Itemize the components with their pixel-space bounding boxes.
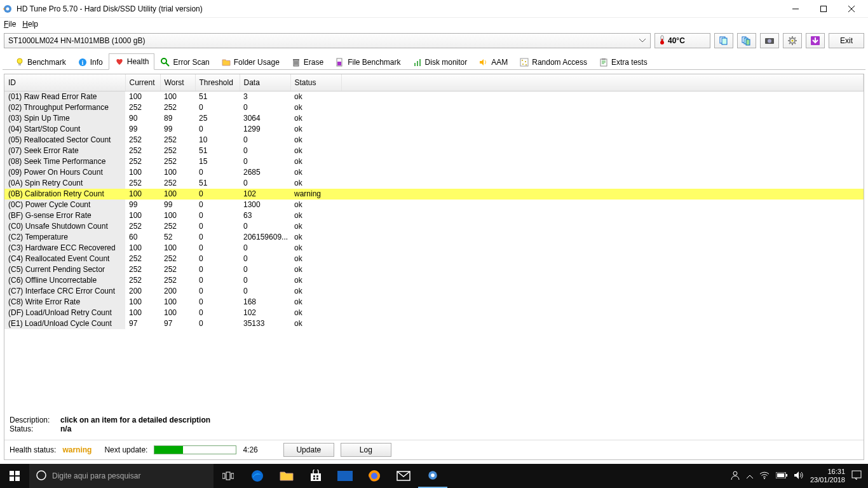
volume-icon[interactable]	[794, 471, 804, 481]
maximize-button[interactable]	[810, 0, 837, 18]
smart-row[interactable]: (BF) G-sense Error Rate100100063ok	[4, 210, 864, 221]
smart-row[interactable]: (08) Seek Time Performance252252150ok	[4, 156, 864, 167]
tab-label: AAM	[491, 58, 508, 67]
smart-row[interactable]: (07) Seek Error Rate252252510ok	[4, 146, 864, 156]
menu-file[interactable]: File	[4, 20, 16, 29]
cell-id: (DF) Load/Unload Retry Count	[4, 308, 125, 318]
temperature-value: 40°C	[668, 36, 685, 45]
svg-rect-59	[777, 473, 784, 477]
task-view-button[interactable]	[214, 464, 243, 488]
cell-dat: 0	[240, 135, 290, 146]
status-value: n/a	[60, 424, 71, 433]
tab-erase[interactable]: Erase	[285, 54, 329, 70]
svg-point-1	[6, 7, 10, 10]
svg-rect-7	[722, 38, 727, 44]
battery-icon[interactable]	[776, 472, 787, 480]
smart-row[interactable]: (03) Spin Up Time9089253064ok	[4, 113, 864, 124]
smart-row[interactable]: (E1) Load/Unload Cycle Count9797035133ok	[4, 318, 864, 329]
tab-label: Extra tests	[611, 58, 648, 67]
lenovo-icon[interactable]	[330, 464, 360, 488]
smart-row[interactable]: (C4) Reallocated Event Count25225200ok	[4, 254, 864, 264]
taskbar-date: 23/01/2018	[810, 476, 845, 484]
cell-thr: 25	[195, 113, 240, 124]
cell-id: (08) Seek Time Performance	[4, 156, 125, 167]
tab-health[interactable]: Health	[109, 53, 155, 70]
store-icon[interactable]	[301, 464, 330, 488]
col-id[interactable]: ID	[4, 74, 125, 92]
cell-thr: 0	[195, 102, 240, 113]
cell-wor: 252	[160, 102, 195, 113]
smart-row[interactable]: (0C) Power Cycle Count999901300ok	[4, 200, 864, 210]
smart-row[interactable]: (C7) Interface CRC Error Count20020000ok	[4, 286, 864, 297]
svg-rect-34	[602, 58, 606, 60]
svg-rect-45	[313, 475, 315, 477]
save-button[interactable]	[806, 33, 825, 48]
col-data[interactable]: Data	[240, 74, 290, 92]
log-button[interactable]: Log	[341, 443, 391, 457]
mail-icon[interactable]	[389, 464, 418, 488]
col-threshold[interactable]: Threshold	[195, 74, 240, 92]
smart-row[interactable]: (C3) Hardware ECC Recovered10010000ok	[4, 243, 864, 254]
menu-help[interactable]: Help	[22, 20, 38, 29]
minimize-button[interactable]	[782, 0, 810, 18]
col-current[interactable]: Current	[125, 74, 160, 92]
svg-rect-37	[10, 477, 14, 481]
tab-disk-monitor[interactable]: Disk monitor	[407, 54, 473, 70]
cell-sta: ok	[290, 221, 341, 232]
device-dropdown[interactable]: ST1000LM024 HN-M101MBB (1000 gB)	[4, 33, 651, 48]
smart-row[interactable]: (02) Throughput Performance25225200ok	[4, 102, 864, 113]
settings-button[interactable]	[783, 33, 802, 48]
smart-row[interactable]: (05) Reallocated Sector Count252252100ok	[4, 135, 864, 146]
file-explorer-icon[interactable]	[272, 464, 301, 488]
cell-cur: 90	[125, 113, 160, 124]
update-button[interactable]: Update	[283, 443, 334, 457]
smart-row[interactable]: (C0) Unsafe Shutdown Count25225200ok	[4, 221, 864, 232]
svg-rect-35	[10, 471, 14, 475]
screenshot-button[interactable]	[760, 33, 779, 48]
tab-folder-usage[interactable]: Folder Usage	[215, 54, 285, 70]
tab-random-access[interactable]: Random Access	[513, 54, 593, 70]
smart-row[interactable]: (09) Power On Hours Count10010002685ok	[4, 167, 864, 178]
tab-aam[interactable]: AAM	[473, 54, 513, 70]
exit-button[interactable]: Exit	[829, 33, 864, 48]
edge-icon[interactable]	[243, 464, 272, 488]
close-button[interactable]	[837, 0, 865, 18]
tab-benchmark[interactable]: Benchmark	[9, 54, 72, 70]
col-worst[interactable]: Worst	[160, 74, 195, 92]
tab-label: Info	[90, 58, 103, 67]
tab-file-benchmark[interactable]: File Benchmark	[329, 54, 406, 70]
chart-icon	[412, 57, 423, 67]
start-button[interactable]	[0, 464, 29, 488]
smart-row[interactable]: (01) Raw Read Error Rate100100513ok	[4, 92, 864, 103]
smart-row[interactable]: (0B) Calibration Retry Count1001000102wa…	[4, 189, 864, 200]
smart-row[interactable]: (04) Start/Stop Count999901299ok	[4, 124, 864, 135]
tab-extra-tests[interactable]: Extra tests	[593, 54, 653, 70]
cell-sta: ok	[290, 297, 341, 308]
cell-thr: 0	[195, 286, 240, 297]
svg-point-14	[792, 40, 794, 42]
cell-wor: 100	[160, 189, 195, 200]
smart-row[interactable]: (C5) Current Pending Sector25225200ok	[4, 264, 864, 275]
tab-info[interactable]: iInfo	[72, 54, 109, 70]
wifi-icon[interactable]	[759, 471, 770, 480]
taskbar-search[interactable]: Digite aqui para pesquisar	[29, 464, 214, 488]
smart-row[interactable]: (C2) Temperature60520206159609...ok	[4, 232, 864, 243]
smart-row[interactable]: (0A) Spin Retry Count252252510ok	[4, 178, 864, 189]
smart-row[interactable]: (DF) Load/Unload Retry Count1001000102ok	[4, 308, 864, 318]
notifications-icon[interactable]	[851, 470, 862, 482]
copy-all-button[interactable]	[737, 33, 756, 48]
tray-chevron-up-icon[interactable]	[747, 472, 753, 480]
hdtune-taskbar-icon[interactable]	[418, 464, 447, 488]
col-status[interactable]: Status	[290, 74, 341, 92]
smart-row[interactable]: (C8) Write Error Rate1001000168ok	[4, 297, 864, 308]
copy-button[interactable]	[714, 33, 733, 48]
tab-error-scan[interactable]: Error Scan	[154, 54, 215, 70]
smart-row[interactable]: (C6) Offline Uncorrectable25225200ok	[4, 275, 864, 286]
svg-rect-24	[337, 62, 341, 65]
firefox-icon[interactable]	[360, 464, 389, 488]
svg-point-43	[252, 470, 263, 482]
cell-cur: 99	[125, 200, 160, 210]
cell-cur: 252	[125, 264, 160, 275]
taskbar-clock[interactable]: 16:31 23/01/2018	[810, 468, 845, 484]
people-icon[interactable]	[730, 470, 740, 482]
